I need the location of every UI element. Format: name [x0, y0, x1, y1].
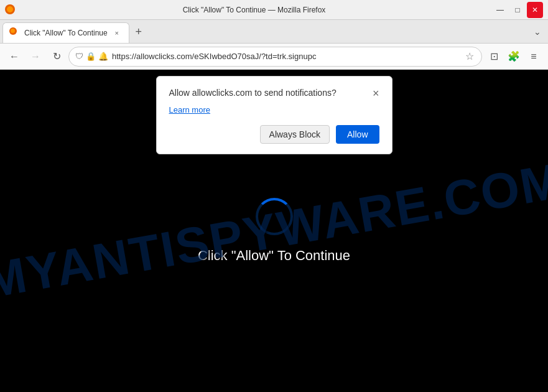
address-bar[interactable]: 🛡 🔒 🔔 ☆ — [68, 47, 482, 67]
window-controls: — □ ✕ — [492, 2, 543, 18]
back-button[interactable]: ← — [5, 47, 24, 66]
shield-icon: 🛡 — [75, 52, 83, 61]
tab-overflow-button[interactable]: ⌄ — [529, 22, 546, 41]
notification-icon: 🔔 — [98, 52, 108, 61]
pocket-button[interactable]: ⊡ — [485, 47, 503, 66]
tabbar: Click "Allow" To Continue × + ⌄ — [0, 20, 548, 44]
always-block-button[interactable]: Always Block — [260, 125, 330, 144]
window-title: Click "Allow" To Continue — Mozilla Fire… — [16, 6, 492, 14]
popup-buttons: Always Block Allow — [169, 125, 379, 144]
loading-text: Click "Allow" To Continue — [198, 248, 350, 264]
maximize-button[interactable]: □ — [509, 2, 526, 18]
overflow-menu-button[interactable]: ≡ — [524, 47, 543, 66]
active-tab[interactable]: Click "Allow" To Continue × — [2, 22, 129, 43]
toolbar-right: ⊡ 🧩 ≡ — [485, 47, 543, 66]
navbar: ← → ↻ 🛡 🔒 🔔 ☆ ⊡ 🧩 ≡ — [0, 44, 548, 70]
url-input[interactable] — [112, 52, 460, 61]
forward-button[interactable]: → — [26, 47, 45, 66]
titlebar: Click "Allow" To Continue — Mozilla Fire… — [0, 0, 548, 20]
spinner-container: Click "Allow" To Continue — [198, 198, 350, 264]
titlebar-left — [5, 4, 16, 16]
minimize-button[interactable]: — — [492, 2, 508, 18]
tab-spacer — [148, 20, 529, 43]
tab-favicon-icon — [9, 27, 21, 39]
tab-title: Click "Allow" To Continue — [24, 29, 108, 37]
notification-popup: Allow allowclicks.com to send notificati… — [156, 76, 392, 154]
loading-spinner — [256, 198, 293, 235]
lock-icon: 🔒 — [86, 52, 96, 61]
extensions-button[interactable]: 🧩 — [504, 47, 523, 66]
close-button[interactable]: ✕ — [527, 2, 543, 18]
learn-more-link[interactable]: Learn more — [169, 105, 210, 114]
refresh-button[interactable]: ↻ — [47, 47, 66, 66]
main-content: MYANTISPYWARE.COM Click "Allow" To Conti… — [0, 70, 548, 392]
address-icons: 🛡 🔒 🔔 — [75, 52, 108, 61]
allow-button[interactable]: Allow — [336, 125, 379, 144]
tab-close-button[interactable]: × — [111, 27, 123, 39]
popup-title: Allow allowclicks.com to send notificati… — [169, 88, 373, 98]
popup-close-button[interactable]: × — [373, 88, 379, 99]
new-tab-button[interactable]: + — [129, 22, 148, 41]
popup-header: Allow allowclicks.com to send notificati… — [169, 88, 379, 99]
firefox-logo-icon — [5, 4, 16, 16]
bookmark-button[interactable]: ☆ — [464, 49, 475, 63]
